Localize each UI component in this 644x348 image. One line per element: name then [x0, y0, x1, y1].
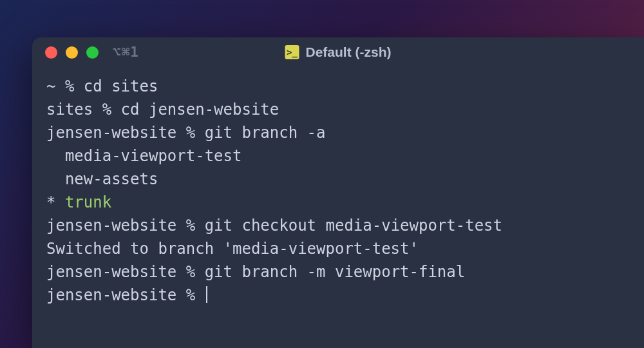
terminal-line: media-viewport-test: [46, 144, 630, 168]
command-text: git branch -a: [205, 124, 326, 142]
terminal-line: jensen-website %: [46, 284, 630, 307]
prompt: sites %: [46, 101, 121, 119]
prompt: jensen-website %: [46, 124, 205, 142]
terminal-line: jensen-website % git branch -m viewport-…: [46, 260, 630, 284]
prompt: jensen-website %: [46, 286, 205, 304]
maximize-button[interactable]: [86, 46, 99, 59]
prompt: jensen-website %: [46, 217, 205, 235]
prompt: ~ %: [46, 77, 84, 95]
command-text: cd sites: [84, 77, 158, 95]
terminal-line: jensen-website % git checkout media-view…: [46, 214, 630, 237]
output-text: Switched to branch 'media-viewport-test': [46, 240, 419, 258]
command-text: git checkout media-viewport-test: [205, 217, 502, 235]
minimize-button[interactable]: [66, 46, 78, 59]
terminal-icon: >_: [285, 45, 299, 59]
terminal-body[interactable]: ~ % cd sitessites % cd jensen-websitejen…: [32, 67, 644, 314]
current-branch-marker: *: [46, 193, 65, 211]
terminal-window: ⌥⌘1 >_ Default (-zsh) ~ % cd sitessites …: [32, 37, 644, 348]
command-text: cd jensen-website: [121, 101, 279, 119]
prompt: jensen-website %: [46, 263, 205, 281]
terminal-line: ~ % cd sites: [46, 75, 630, 98]
command-text: git branch -m viewport-final: [205, 263, 466, 281]
terminal-line: Switched to branch 'media-viewport-test': [46, 237, 630, 260]
titlebar: ⌥⌘1 >_ Default (-zsh): [32, 37, 644, 67]
close-button[interactable]: [45, 46, 57, 59]
tab-shortcut-hint: ⌥⌘1: [113, 44, 139, 60]
cursor: [206, 286, 207, 303]
branch-name: new-assets: [46, 170, 158, 188]
terminal-line: jensen-website % git branch -a: [46, 121, 630, 144]
traffic-lights: [45, 46, 99, 59]
branch-name: media-viewport-test: [46, 147, 242, 165]
window-title: >_ Default (-zsh): [285, 44, 392, 60]
current-branch-name: trunk: [65, 193, 111, 211]
window-title-text: Default (-zsh): [306, 44, 392, 60]
terminal-line: * trunk: [46, 191, 630, 214]
terminal-line: new-assets: [46, 168, 630, 191]
terminal-line: sites % cd jensen-website: [46, 98, 630, 121]
